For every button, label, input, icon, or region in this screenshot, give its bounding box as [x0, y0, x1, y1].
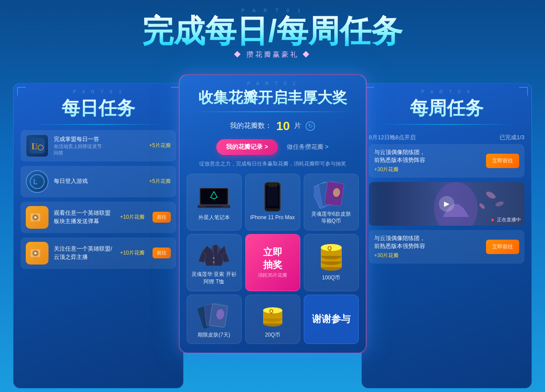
- laptop-img: [197, 183, 232, 211]
- task-text: 完成掌盟每日一答 在活动页上回答绽灵节问答: [54, 135, 144, 156]
- go-button[interactable]: 前往: [153, 212, 171, 223]
- subtitle: 攒花瓣赢豪礼: [0, 50, 545, 59]
- prize-phone: iPhone 11 Pro Max: [245, 174, 300, 231]
- draw-label: 立即抽奖: [263, 246, 282, 271]
- left-card-title: 每日任务: [14, 94, 183, 124]
- task-sub: 在活动页上回答绽灵节问答: [54, 143, 144, 156]
- page-header: P A R T 0 1 完成每日/每周任务 攒花瓣赢豪礼: [0, 0, 545, 59]
- video-icon: [26, 206, 49, 229]
- go-button[interactable]: 前往: [153, 248, 171, 258]
- prize-100q: Q 100Q币: [304, 234, 359, 291]
- task-text: 每日登入游戏: [54, 177, 144, 185]
- prize-skin: 期限皮肤(7天): [187, 295, 242, 344]
- svg-point-31: [213, 261, 215, 263]
- task-main: 每日登入游戏: [54, 177, 144, 185]
- task-top: 与云顶偶像陪练团，前熟悉版本强势阵容 +30片花瓣 立即前往: [369, 144, 524, 178]
- svg-point-23: [273, 185, 275, 187]
- svg-text:L: L: [35, 141, 39, 148]
- prize-laptop: 外星人笔记本: [187, 174, 242, 231]
- task-main: 完成掌盟每日一答: [54, 135, 144, 143]
- tab-row: 我的花瓣记录 > 做任务攒花瓣 >: [180, 139, 366, 155]
- phone-img: [255, 183, 290, 211]
- main-title: 完成每日/每周任务: [0, 14, 545, 48]
- part-label-01: P A R T 0 1: [0, 8, 545, 13]
- task-reward: +5片花瓣: [149, 178, 171, 185]
- prize-label: 灵魂莲华6款皮肤等额Q币: [311, 210, 351, 225]
- coins-img: Q: [314, 243, 349, 272]
- right-card-header: 8月12日晚8点开启 已完成1/3: [362, 130, 531, 144]
- league-icon: L: [26, 170, 49, 193]
- prize-grid: 外星人笔记本 iPhone 11 Pro Max: [180, 174, 366, 344]
- svg-text:Q: Q: [327, 245, 332, 251]
- weekly-task-item: 与云顶偶像陪练团，前熟悉版本强势阵容 +30片花瓣 立即前往: [369, 144, 524, 178]
- center-card: P A R T 0 2 收集花瓣开启丰厚大奖 我的花瓣数： 10 片 ↻ 我的花…: [179, 74, 367, 354]
- jacket-img: [197, 240, 232, 268]
- petal-unit: 片: [294, 121, 301, 131]
- prize-thankyou: 谢谢参与: [304, 295, 359, 344]
- goto-button[interactable]: 立即前往: [486, 154, 519, 168]
- prize-label: 100Q币: [322, 274, 340, 282]
- refresh-button[interactable]: ↻: [305, 121, 315, 131]
- task-text: 观看任意一个英雄联盟板块主播发送弹幕: [54, 209, 115, 225]
- petal-label: 我的花瓣数：: [230, 121, 272, 131]
- my-records-tab[interactable]: 我的花瓣记录 >: [216, 139, 278, 155]
- left-divider: [31, 124, 166, 125]
- prize-label: 外星人笔记本: [198, 214, 230, 221]
- skin-img: [197, 300, 232, 329]
- task-reward: +10片花瓣: [120, 213, 145, 221]
- task-reward: +5片花瓣: [149, 142, 171, 149]
- task-text: 关注任意一个英雄联盟/云顶之弈主播: [54, 245, 115, 261]
- prize-label: 灵魂莲华 亚索 开衫阿狸 T恤: [191, 271, 236, 285]
- prize-cards: 灵魂莲华6款皮肤等额Q币: [304, 174, 359, 231]
- task-title: 与云顶偶像陪练团，前熟悉版本强势阵容: [374, 234, 481, 250]
- draw-button-cell[interactable]: 立即抽奖 消耗35片花瓣: [245, 234, 300, 291]
- svg-point-30: [213, 257, 215, 259]
- goto-button[interactable]: 立即前往: [486, 240, 519, 254]
- coins20-img: Q: [255, 300, 290, 329]
- task-title: 与云顶偶像陪练团，前熟悉版本强势阵容: [374, 148, 481, 164]
- prize-label: 期限皮肤(7天): [198, 331, 230, 339]
- svg-text:Q: Q: [269, 308, 273, 314]
- desc-text: 绽放意念之力，完成每日任务赢取花瓣，消耗花瓣即可参与抽奖: [180, 160, 366, 168]
- petal-number: 10: [276, 119, 290, 133]
- task-reward: +30片花瓣: [374, 166, 481, 173]
- task-item: L 每日登入游戏 +5片花瓣: [21, 166, 176, 197]
- right-divider: [379, 124, 514, 125]
- task-item: 关注任意一个英雄联盟/云顶之弈主播 +10片花瓣 前往: [21, 237, 176, 269]
- task-info: 与云顶偶像陪练团，前熟悉版本强势阵容 +30片花瓣: [374, 148, 481, 173]
- task-list: L L 完成掌盟每日一答 在活动页上回答绽灵节问答 +5片花瓣 L: [14, 130, 183, 269]
- task-main: 关注任意一个英雄联盟/云顶之弈主播: [54, 245, 115, 261]
- live-badge: 正在直播中: [491, 217, 521, 223]
- svg-point-22: [270, 185, 272, 187]
- follow-icon: [26, 242, 49, 265]
- task-info: 与云顶偶像陪练团，前熟悉版本强势阵容 +30片花瓣: [374, 234, 481, 259]
- cards-img: [314, 179, 349, 208]
- svg-rect-18: [206, 206, 222, 207]
- draw-sublabel: 消耗35片花瓣: [258, 272, 287, 279]
- svg-text:L: L: [33, 178, 38, 186]
- progress-text: 已完成1/3: [500, 134, 524, 141]
- do-tasks-tab[interactable]: 做任务攒花瓣 >: [287, 143, 329, 151]
- center-divider: [189, 111, 356, 112]
- daily-task-card: P A R T 0 3 每日任务 L L 完成掌盟每日一答 在活动页上回答绽灵节…: [13, 83, 184, 389]
- weekly-task-card: P A R T 0 4 每周任务 8月12日晚8点开启 已完成1/3 与云顶偶像…: [361, 83, 532, 389]
- center-part-label: P A R T 0 2: [180, 75, 366, 86]
- play-button[interactable]: ▶: [439, 196, 455, 212]
- prize-jacket: 灵魂莲华 亚索 开衫阿狸 T恤: [187, 234, 242, 291]
- right-part-label: P A R T 0 4: [362, 83, 531, 94]
- prize-label: iPhone 11 Pro Max: [250, 214, 295, 221]
- start-date: 8月12日晚8点开启: [369, 134, 416, 141]
- video-preview: ▶ 正在直播中: [369, 182, 524, 226]
- left-part-label: P A R T 0 3: [14, 83, 183, 94]
- task-item: 观看任意一个英雄联盟板块主播发送弹幕 +10片花瓣 前往: [21, 202, 176, 233]
- task-reward: +30片花瓣: [374, 252, 481, 259]
- prize-20q: Q 20Q币: [245, 295, 300, 344]
- thankyou-label: 谢谢参与: [312, 313, 351, 326]
- prize-label: 20Q币: [265, 331, 280, 339]
- svg-rect-24: [267, 187, 278, 206]
- task-reward: +10片花瓣: [120, 249, 145, 257]
- petal-count-row: 我的花瓣数： 10 片 ↻: [180, 119, 366, 133]
- task-main: 观看任意一个英雄联盟板块主播发送弹幕: [54, 209, 115, 225]
- cards-container: P A R T 0 3 每日任务 L L 完成掌盟每日一答 在活动页上回答绽灵节…: [0, 74, 545, 392]
- weekly-task-item: 与云顶偶像陪练团，前熟悉版本强势阵容 +30片花瓣 立即前往: [369, 230, 524, 264]
